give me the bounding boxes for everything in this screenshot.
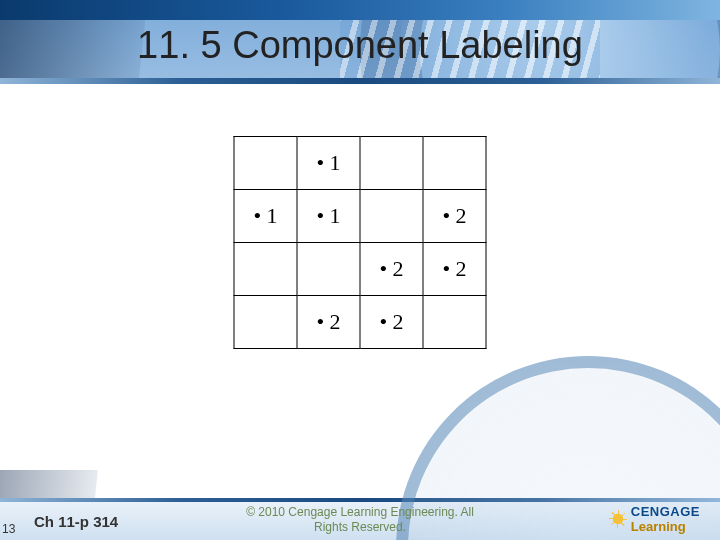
cell-2-2: • 2: [360, 243, 423, 296]
cell-2-1: [297, 243, 360, 296]
copyright-line-2: Rights Reserved.: [314, 520, 406, 534]
slide-title: 11. 5 Component Labeling: [0, 24, 720, 67]
starburst-icon: [609, 510, 627, 528]
cell-1-2: [360, 190, 423, 243]
cell-1-3: • 2: [423, 190, 486, 243]
decor-top-accent: [0, 0, 720, 20]
cell-3-3: [423, 296, 486, 349]
publisher-logo: CENGAGE Learning: [609, 504, 700, 534]
cell-1-1: • 1: [297, 190, 360, 243]
cell-1-0: • 1: [234, 190, 297, 243]
cell-0-0: [234, 137, 297, 190]
cell-0-1: • 1: [297, 137, 360, 190]
cell-0-2: [360, 137, 423, 190]
slide: 11. 5 Component Labeling • 1 • 1 • 1 • 2…: [0, 0, 720, 540]
copyright-line-1: © 2010 Cengage Learning Engineering. All: [246, 505, 474, 519]
cell-3-1: • 2: [297, 296, 360, 349]
logo-text: CENGAGE Learning: [631, 504, 700, 534]
logo-brand-secondary: Learning: [631, 519, 700, 534]
grid-table: • 1 • 1 • 1 • 2 • 2 • 2 • 2 • 2: [234, 136, 487, 349]
labeling-grid: • 1 • 1 • 1 • 2 • 2 • 2 • 2 • 2: [234, 136, 487, 349]
cell-2-0: [234, 243, 297, 296]
cell-0-3: [423, 137, 486, 190]
logo-brand-primary: CENGAGE: [631, 504, 700, 519]
cell-3-0: [234, 296, 297, 349]
cell-2-3: • 2: [423, 243, 486, 296]
cell-3-2: • 2: [360, 296, 423, 349]
